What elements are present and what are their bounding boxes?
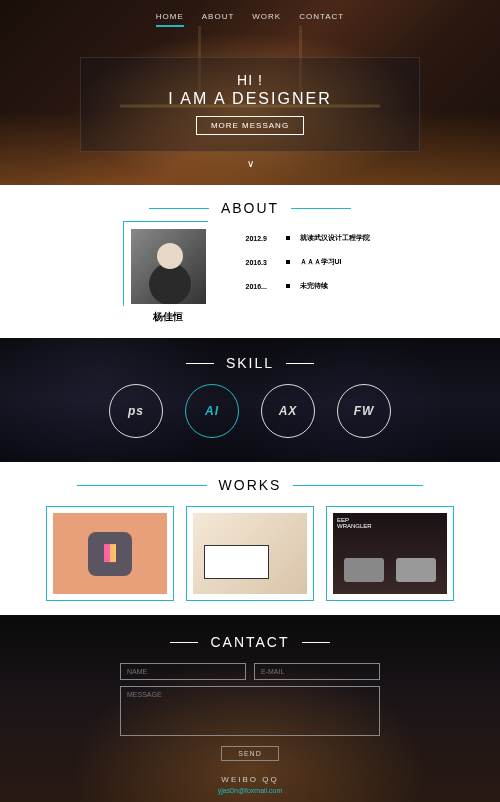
timeline: 2012.9 就读武汉设计工程学院 2016.3 ＡＡＡ学习UI 2016...… <box>246 229 370 324</box>
skill-ps[interactable]: ps <box>109 384 163 438</box>
timeline-date: 2016.3 <box>246 259 276 266</box>
chevron-down-icon[interactable]: ∨ <box>0 158 500 169</box>
work3-sub: WRANGLER <box>337 523 443 529</box>
contact-title: CANTACT <box>0 633 500 651</box>
footer-email[interactable]: yjas0n@foxmail.com <box>0 787 500 794</box>
about-section: ABOUT 杨佳恒 2012.9 就读武汉设计工程学院 2016.3 ＡＡＡ学习… <box>0 185 500 338</box>
hero-box: HI ! I AM A DESIGNER MORE MESSANG <box>80 57 420 152</box>
name-input[interactable] <box>120 663 246 680</box>
contact-section: CANTACT SEND WEIBO QQ yjas0n@foxmail.com <box>0 615 500 802</box>
timeline-dot-icon <box>286 284 290 288</box>
skill-fw[interactable]: FW <box>337 384 391 438</box>
timeline-text: ＡＡＡ学习UI <box>300 257 342 267</box>
avatar-name: 杨佳恒 <box>131 310 206 324</box>
hero-tagline: I AM A DESIGNER <box>81 90 419 108</box>
timeline-text: 就读武汉设计工程学院 <box>300 233 370 243</box>
works-section: WORKS EEPWRANGLER <box>0 462 500 615</box>
email-input[interactable] <box>254 663 380 680</box>
more-button[interactable]: MORE MESSANG <box>196 116 304 135</box>
nav-work[interactable]: WORK <box>252 12 281 27</box>
work-card-3[interactable]: EEPWRANGLER <box>326 506 454 601</box>
about-title: ABOUT <box>0 199 500 217</box>
timeline-date: 2016... <box>246 283 276 290</box>
feather-icon <box>88 532 132 576</box>
work-card-2[interactable] <box>186 506 314 601</box>
send-button[interactable]: SEND <box>221 746 278 761</box>
nav-contact[interactable]: CONTACT <box>299 12 344 27</box>
skill-section: SKILL ps AI AX FW <box>0 338 500 462</box>
timeline-item: 2012.9 就读武汉设计工程学院 <box>246 233 370 243</box>
footer: WEIBO QQ yjas0n@foxmail.com <box>0 775 500 794</box>
avatar-wrap: 杨佳恒 <box>131 229 206 324</box>
contact-form: SEND <box>120 663 380 761</box>
hero-hi: HI ! <box>81 72 419 88</box>
skill-ai[interactable]: AI <box>185 384 239 438</box>
timeline-dot-icon <box>286 236 290 240</box>
skill-title: SKILL <box>0 354 500 372</box>
timeline-date: 2012.9 <box>246 235 276 242</box>
skill-ax[interactable]: AX <box>261 384 315 438</box>
timeline-item: 2016.3 ＡＡＡ学习UI <box>246 257 370 267</box>
timeline-item: 2016... 未完待续 <box>246 281 370 291</box>
works-title: WORKS <box>0 476 500 494</box>
avatar-image <box>131 229 206 304</box>
work-card-1[interactable] <box>46 506 174 601</box>
timeline-dot-icon <box>286 260 290 264</box>
message-input[interactable] <box>120 686 380 736</box>
nav-about[interactable]: ABOUT <box>202 12 235 27</box>
hero-section: HOME ABOUT WORK CONTACT HI ! I AM A DESI… <box>0 0 500 185</box>
main-nav: HOME ABOUT WORK CONTACT <box>0 0 500 39</box>
timeline-text: 未完待续 <box>300 281 328 291</box>
nav-home[interactable]: HOME <box>156 12 184 27</box>
social-links[interactable]: WEIBO QQ <box>0 775 500 784</box>
